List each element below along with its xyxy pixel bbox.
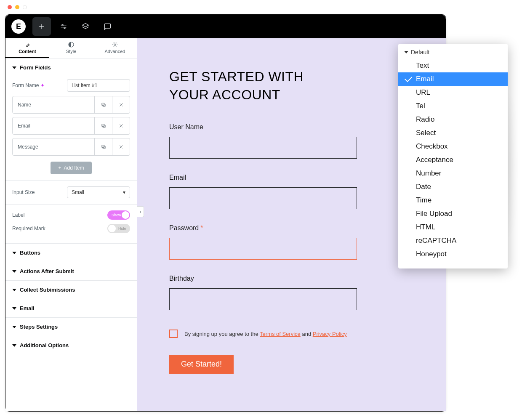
accordion-email[interactable]: Email [5,299,137,317]
form-name-label: Form Name✦ [12,82,45,88]
label-toggle[interactable]: Show [107,210,130,220]
svg-marker-22 [12,252,16,254]
plus-icon: + [58,165,61,171]
dropdown-item-tel[interactable]: Tel [398,99,508,113]
field-item[interactable]: Email [12,117,130,135]
privacy-link[interactable]: Privacy Policy [313,331,347,337]
accordion-collect-subimissions[interactable]: Collect Subimissions [5,280,137,299]
tab-advanced[interactable]: Advanced [93,38,137,58]
label-toggle-text: Show [112,213,121,217]
input-size-label: Input Size [12,189,35,195]
svg-marker-27 [12,344,16,347]
field-item[interactable]: Name [12,96,130,114]
window-controls [0,0,522,14]
input-size-select[interactable]: Small ▾ [67,186,130,198]
birthday-label: Birthday [169,275,414,282]
accordions: ButtonsActions After SubmitCollect Subim… [5,243,137,354]
dropdown-item-honeypot[interactable]: Honeypot [398,247,508,261]
field-item-name: Name [13,102,94,108]
password-label: Password* [169,224,414,232]
structure-icon[interactable] [76,17,95,36]
svg-marker-24 [12,289,16,291]
accordion-actions-after-submit[interactable]: Actions After Submit [5,262,137,280]
email-label: Email [169,174,414,181]
svg-marker-25 [12,307,16,310]
add-item-label: Add Item [64,165,84,171]
comment-icon[interactable] [98,17,117,36]
settings-icon[interactable] [54,17,73,36]
accordion-steps-settings[interactable]: Steps Settings [5,317,137,336]
dropdown-item-recaptcha[interactable]: reCAPTCHA [398,234,508,247]
section-form-fields[interactable]: Form Fields [5,58,137,75]
email-input[interactable] [169,187,357,209]
dropdown-item-file-upload[interactable]: File Upload [398,207,508,221]
tab-advanced-label: Advanced [105,49,125,54]
dropdown-item-checkbox[interactable]: Checkbox [398,140,508,153]
svg-marker-23 [12,270,16,273]
svg-rect-14 [103,125,105,128]
dropdown-item-radio[interactable]: Radio [398,113,508,126]
tab-content-label: Content [19,49,36,54]
required-toggle-text: Hide [118,226,126,231]
agreement-row: By signing up you agree to the Terms of … [169,330,414,338]
dropdown-item-acceptance[interactable]: Acceptance [398,153,508,167]
close-dot[interactable] [8,5,12,9]
agreement-checkbox[interactable] [169,330,178,338]
dropdown-item-text[interactable]: Text [398,59,508,72]
svg-rect-19 [101,145,104,148]
dropdown-item-date[interactable]: Date [398,180,508,194]
maximize-dot[interactable] [23,5,27,9]
dropdown-item-html[interactable]: HTML [398,221,508,234]
svg-marker-9 [12,66,16,69]
tos-link[interactable]: Terms of Service [260,331,301,337]
svg-rect-15 [101,124,104,127]
accordion-buttons[interactable]: Buttons [5,243,137,262]
password-input[interactable] [169,238,357,260]
dropdown-item-number[interactable]: Number [398,167,508,180]
dropdown-item-time[interactable]: Time [398,194,508,207]
remove-icon[interactable] [112,138,130,155]
required-toggle[interactable]: Hide [107,224,130,233]
accordion-label: Buttons [20,250,40,256]
svg-point-8 [114,44,116,45]
dropdown-item-url[interactable]: URL [398,86,508,99]
field-item[interactable]: Message [12,138,130,156]
chevron-down-icon: ▾ [123,189,125,195]
required-toggle-label: Required Mark [12,226,45,231]
remove-icon[interactable] [112,96,130,113]
required-toggle-row: Required Mark Hide [12,224,130,233]
accordion-label: Actions After Submit [20,268,74,274]
elementor-logo[interactable]: E [11,19,26,34]
dropdown-item-email[interactable]: Email [398,72,508,86]
user-name-input[interactable] [169,137,357,159]
tab-content[interactable]: Content [5,38,49,58]
add-item-button[interactable]: + Add Item [51,162,91,174]
form-name-input[interactable] [67,79,130,92]
field-item-name: Email [13,123,94,129]
svg-marker-28 [404,51,408,53]
dropdown-item-select[interactable]: Select [398,126,508,140]
accordion-label: Collect Subimissions [20,287,75,293]
dropdown-header[interactable]: Default [398,44,508,59]
minimize-dot[interactable] [15,5,19,9]
birthday-input[interactable] [169,288,357,310]
add-widget-button[interactable] [32,17,51,36]
svg-rect-10 [103,104,105,106]
remove-icon[interactable] [112,117,130,134]
accordion-additional-options[interactable]: Additional Options [5,336,137,354]
toggle-knob [122,211,129,219]
svg-marker-6 [83,24,89,27]
duplicate-icon[interactable] [94,117,112,134]
duplicate-icon[interactable] [94,96,112,113]
topbar: E [5,15,446,38]
user-name-label: User Name [169,123,414,131]
divider [5,180,137,181]
form-title: GET STARTED WITHYOUR ACCOUNT [169,68,414,104]
panel-collapse-handle[interactable]: ‹ [137,206,144,217]
ai-sparkle-icon[interactable]: ✦ [40,82,45,88]
tab-style[interactable]: Style [49,38,93,58]
accordion-label: Steps Settings [20,324,58,330]
agreement-text: By signing up you agree to the Terms of … [184,331,347,337]
duplicate-icon[interactable] [94,138,112,155]
submit-button[interactable]: Get Started! [169,355,234,374]
